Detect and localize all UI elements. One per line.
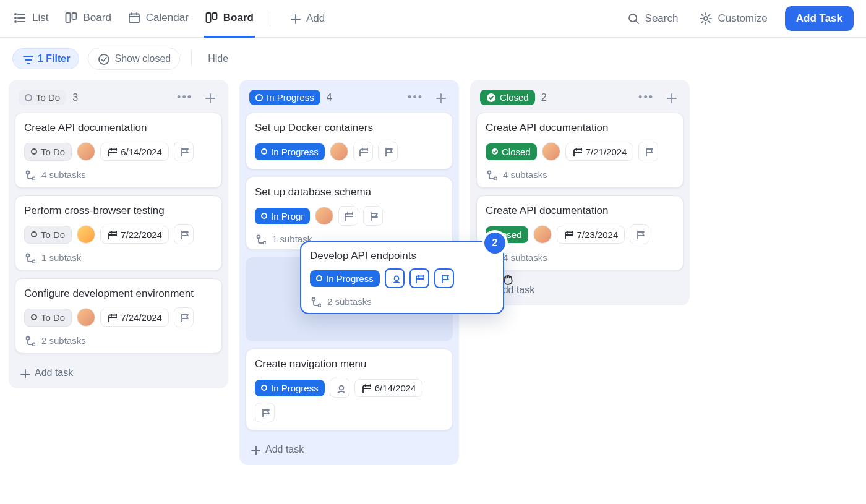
search-label: Search <box>645 12 679 25</box>
date-pill[interactable]: 7/21/2024 <box>565 143 634 161</box>
calendar-icon <box>414 273 424 283</box>
task-title: Configure development environment <box>24 288 213 300</box>
add-task-label: Add Task <box>796 12 842 24</box>
task-card[interactable]: Set up database schema In Progr 1 subtas… <box>246 177 453 250</box>
column-more-button[interactable]: ••• <box>174 88 195 106</box>
avatar[interactable] <box>542 142 560 161</box>
status-pill[interactable]: In Progress <box>310 270 380 287</box>
status-pill[interactable]: To Do <box>24 226 72 244</box>
column-count: 2 <box>541 92 547 103</box>
flag-button[interactable] <box>434 268 454 288</box>
status-pill[interactable]: In Progr <box>255 208 310 224</box>
dragging-card[interactable]: 2 Develop API endpoints In Progress 2 su… <box>300 241 504 314</box>
customize-button[interactable]: Customize <box>695 11 771 26</box>
flag-button[interactable] <box>630 224 650 244</box>
subtasks-icon <box>486 169 497 180</box>
date-pill[interactable]: 7/24/2024 <box>100 309 169 327</box>
status-dot-icon <box>255 94 263 101</box>
subtasks-icon <box>310 296 321 307</box>
add-view-label: Add <box>306 12 325 25</box>
task-card[interactable]: Perform cross-browser testing To Do 7/22… <box>15 195 222 271</box>
flag-button[interactable] <box>174 142 194 161</box>
assignee-button[interactable] <box>330 378 349 398</box>
calendar-icon <box>343 211 353 221</box>
task-card[interactable]: Set up Docker containers In Progress <box>246 113 453 169</box>
assignee-button[interactable] <box>385 268 405 288</box>
date-pill[interactable]: 7/23/2024 <box>557 226 625 244</box>
view-label: List <box>32 12 48 24</box>
subtasks-row[interactable]: 2 subtasks <box>310 296 494 307</box>
date-pill[interactable]: 6/14/2024 <box>100 143 169 161</box>
column-more-button[interactable]: ••• <box>636 88 656 106</box>
subtasks-label: 4 subtasks <box>41 169 86 180</box>
date-pill[interactable]: 6/14/2024 <box>354 379 423 397</box>
subtasks-label: 2 subtasks <box>41 335 86 346</box>
column-add-button[interactable] <box>201 89 218 106</box>
date-pill[interactable]: 7/22/2024 <box>100 226 169 244</box>
view-tab-list[interactable]: List <box>12 6 49 38</box>
status-chip-in-progress[interactable]: In Progress <box>249 90 320 105</box>
board-icon <box>64 11 78 25</box>
subtasks-row[interactable]: 4 subtasks <box>486 252 674 263</box>
task-card[interactable]: Create API documentation osed 7/23/2024 … <box>476 195 684 271</box>
status-pill[interactable]: To Do <box>24 143 72 161</box>
avatar[interactable] <box>77 225 95 244</box>
search-button[interactable]: Search <box>623 11 682 26</box>
filter-bar: 1 Filter Show closed Hide <box>0 38 866 80</box>
view-tab-calendar[interactable]: Calendar <box>126 6 190 38</box>
view-tabs: List Board Calendar Board Add <box>12 6 328 31</box>
avatar[interactable] <box>330 142 348 161</box>
avatar[interactable] <box>77 308 95 327</box>
subtasks-icon <box>24 169 35 180</box>
task-title: Perform cross-browser testing <box>24 205 213 217</box>
avatar[interactable] <box>315 207 333 225</box>
calendar-icon <box>361 383 371 393</box>
subtasks-row[interactable]: 2 subtasks <box>24 335 213 346</box>
column-todo: To Do 3 ••• Create API documentation To … <box>9 80 228 388</box>
task-card[interactable]: Create navigation menu In Progress 6/14/… <box>246 349 453 430</box>
column-add-button[interactable] <box>662 89 680 106</box>
divider <box>270 11 270 27</box>
flag-button[interactable] <box>638 142 658 161</box>
add-task-button[interactable]: Add Task <box>785 6 854 31</box>
add-task-column-button[interactable]: Add task <box>246 438 307 456</box>
avatar[interactable] <box>533 225 552 244</box>
flag-icon <box>643 147 653 156</box>
status-pill[interactable]: In Progress <box>255 143 325 160</box>
divider <box>191 51 192 66</box>
flag-button[interactable] <box>255 403 275 422</box>
hide-button[interactable]: Hide <box>203 49 233 68</box>
add-view-button[interactable]: Add <box>285 12 328 25</box>
flag-button[interactable] <box>174 307 194 327</box>
show-closed-pill[interactable]: Show closed <box>88 48 180 70</box>
column-more-button[interactable]: ••• <box>405 88 426 106</box>
task-card[interactable]: Create API documentation To Do 6/14/2024… <box>15 113 222 188</box>
task-card[interactable]: Create API documentation Closed 7/21/202… <box>476 113 684 188</box>
subtasks-row[interactable]: 1 subtask <box>24 252 213 263</box>
date-button[interactable] <box>409 268 429 288</box>
date-button[interactable] <box>338 206 358 226</box>
task-title: Create API documentation <box>486 122 674 134</box>
status-pill[interactable]: Closed <box>486 143 537 160</box>
avatar[interactable] <box>77 142 95 161</box>
flag-button[interactable] <box>174 224 194 244</box>
subtasks-row[interactable]: 4 subtasks <box>486 169 674 180</box>
add-task-column-button[interactable]: Add task <box>15 361 77 380</box>
column-add-button[interactable] <box>432 89 449 106</box>
view-tab-board-active[interactable]: Board <box>204 6 255 38</box>
view-tab-board[interactable]: Board <box>63 6 112 38</box>
status-chip-closed[interactable]: Closed <box>480 90 535 105</box>
calendar-icon <box>572 147 582 156</box>
user-icon <box>335 383 345 393</box>
date-button[interactable] <box>353 142 373 161</box>
status-pill[interactable]: In Progress <box>255 380 325 396</box>
flag-button[interactable] <box>363 206 383 226</box>
status-pill[interactable]: To Do <box>24 309 72 327</box>
view-label: Board <box>83 12 111 24</box>
filter-pill[interactable]: 1 Filter <box>12 48 79 69</box>
subtasks-icon <box>24 335 35 346</box>
status-chip-todo[interactable]: To Do <box>19 90 66 105</box>
task-card[interactable]: Configure development environment To Do … <box>15 278 222 354</box>
flag-button[interactable] <box>378 142 398 161</box>
subtasks-row[interactable]: 4 subtasks <box>24 169 213 180</box>
